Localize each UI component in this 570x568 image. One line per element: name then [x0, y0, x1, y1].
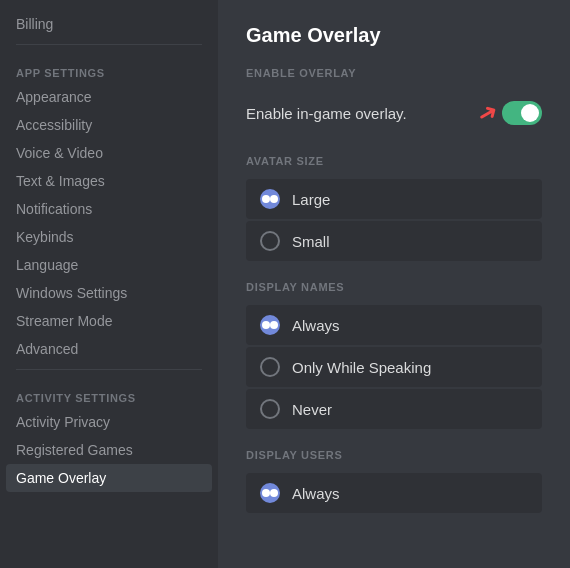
radio-speaking-circle — [260, 357, 280, 377]
sidebar-item-windows-settings[interactable]: Windows Settings — [6, 279, 212, 307]
display-names-label: DISPLAY NAMES — [246, 281, 542, 293]
sidebar-item-text-images[interactable]: Text & Images — [6, 167, 212, 195]
sidebar-item-billing[interactable]: Billing — [6, 10, 212, 38]
avatar-size-small[interactable]: Small — [246, 221, 542, 261]
display-names-while-speaking[interactable]: Only While Speaking — [246, 347, 542, 387]
sidebar-item-activity-privacy[interactable]: Activity Privacy — [6, 408, 212, 436]
sidebar-item-streamer-mode[interactable]: Streamer Mode — [6, 307, 212, 335]
radio-never-circle — [260, 399, 280, 419]
radio-always-circle — [260, 315, 280, 335]
display-names-while-speaking-label: Only While Speaking — [292, 359, 431, 376]
radio-users-always-circle — [260, 483, 280, 503]
radio-large-dot — [262, 195, 270, 203]
avatar-size-section: AVATAR SIZE Large Small — [246, 155, 542, 261]
display-names-never[interactable]: Never — [246, 389, 542, 429]
sidebar-divider-2 — [16, 369, 202, 370]
display-names-always-label: Always — [292, 317, 340, 334]
enable-overlay-text: Enable in-game overlay. — [246, 105, 407, 122]
sidebar-divider-1 — [16, 44, 202, 45]
sidebar-item-keybinds[interactable]: Keybinds — [6, 223, 212, 251]
sidebar-item-language[interactable]: Language — [6, 251, 212, 279]
avatar-size-small-label: Small — [292, 233, 330, 250]
display-names-always[interactable]: Always — [246, 305, 542, 345]
avatar-size-label: AVATAR SIZE — [246, 155, 542, 167]
enable-overlay-row: Enable in-game overlay. ➜ ✓ — [246, 91, 542, 135]
enable-overlay-label: ENABLE OVERLAY — [246, 67, 542, 79]
sidebar-section-activity-settings: ACTIVITY SETTINGS — [6, 376, 212, 408]
avatar-size-large-label: Large — [292, 191, 330, 208]
radio-small-circle — [260, 231, 280, 251]
display-names-radio-group: Always Only While Speaking Never — [246, 305, 542, 429]
sidebar-item-accessibility[interactable]: Accessibility — [6, 111, 212, 139]
sidebar-item-registered-games[interactable]: Registered Games — [6, 436, 212, 464]
sidebar-section-app-settings: APP SETTINGS — [6, 51, 212, 83]
display-users-radio-group: Always — [246, 473, 542, 513]
sidebar-item-appearance[interactable]: Appearance — [6, 83, 212, 111]
red-arrow-icon: ➜ — [472, 96, 503, 130]
display-names-section: DISPLAY NAMES Always Only While Speaking… — [246, 281, 542, 429]
page-title: Game Overlay — [246, 24, 542, 47]
sidebar-item-voice-video[interactable]: Voice & Video — [6, 139, 212, 167]
avatar-size-radio-group: Large Small — [246, 179, 542, 261]
radio-users-always-dot — [262, 489, 270, 497]
sidebar-item-advanced[interactable]: Advanced — [6, 335, 212, 363]
radio-always-dot — [262, 321, 270, 329]
toggle-arrow-area: ➜ ✓ — [478, 99, 542, 127]
sidebar-item-notifications[interactable]: Notifications — [6, 195, 212, 223]
radio-large-circle — [260, 189, 280, 209]
display-users-always[interactable]: Always — [246, 473, 542, 513]
enable-overlay-toggle[interactable]: ✓ — [502, 101, 542, 125]
display-users-always-label: Always — [292, 485, 340, 502]
sidebar: Billing APP SETTINGS Appearance Accessib… — [0, 0, 218, 568]
display-names-never-label: Never — [292, 401, 332, 418]
sidebar-item-game-overlay[interactable]: Game Overlay — [6, 464, 212, 492]
display-users-label: DISPLAY USERS — [246, 449, 542, 461]
toggle-check-icon: ✓ — [527, 107, 536, 120]
enable-overlay-section: ENABLE OVERLAY Enable in-game overlay. ➜… — [246, 67, 542, 135]
avatar-size-large[interactable]: Large — [246, 179, 542, 219]
display-users-section: DISPLAY USERS Always — [246, 449, 542, 513]
main-content: Game Overlay ENABLE OVERLAY Enable in-ga… — [218, 0, 570, 568]
